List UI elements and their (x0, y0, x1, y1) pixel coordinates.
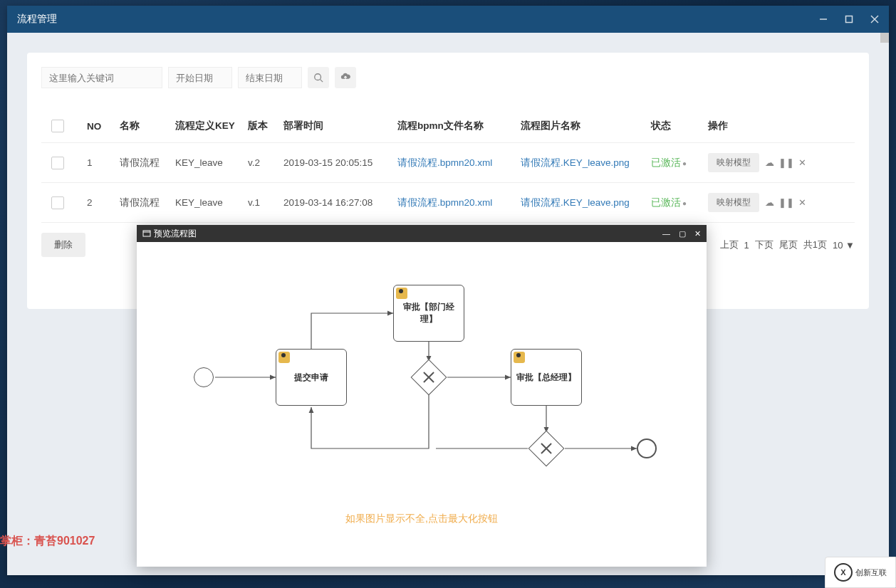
window-controls (819, 15, 879, 23)
cell-version: v.2 (245, 157, 281, 168)
cell-name: 请假流程 (117, 196, 172, 209)
user-task-icon (278, 352, 290, 363)
minimize-icon[interactable] (819, 15, 828, 23)
status-label: 已激活 (651, 197, 681, 208)
brand-name: 创新互联 (855, 567, 887, 578)
header-name: 名称 (117, 120, 172, 132)
bpmn-diagram: 提交申请 审批【部门经理】 审批【总经理】 (165, 256, 678, 505)
pause-icon[interactable]: ❚❚ (778, 157, 794, 168)
header-bpmn: 流程bpmn文件名称 (395, 120, 518, 132)
dialog-title: 预览流程图 (154, 228, 662, 240)
search-icon (313, 73, 323, 83)
bpmn-task-submit: 提交申请 (276, 349, 347, 406)
delete-button[interactable]: 删除 (41, 233, 85, 257)
status-dot-icon: ● (682, 199, 687, 207)
header-operate: 操作 (705, 120, 848, 132)
close-icon[interactable] (870, 15, 879, 23)
bpmn-link[interactable]: 请假流程.bpmn20.xml (395, 157, 518, 169)
header-key: 流程定义KEY (172, 120, 245, 132)
header-image: 流程图片名称 (518, 120, 648, 132)
cell-deploy-time: 2019-03-14 16:27:08 (281, 197, 395, 208)
preview-dialog: 预览流程图 — ▢ ✕ (137, 225, 707, 567)
end-date-input[interactable] (238, 67, 302, 88)
cell-name: 请假流程 (117, 157, 172, 169)
window-title: 流程管理 (17, 13, 819, 26)
delete-row-icon[interactable]: ✕ (798, 157, 806, 168)
cell-deploy-time: 2019-03-15 20:05:15 (281, 157, 395, 168)
cloud-download-icon[interactable]: ☁ (765, 197, 774, 208)
bpmn-task-label: 审批【部门经理】 (397, 301, 461, 325)
dialog-maximize-icon[interactable]: ▢ (679, 229, 686, 238)
cell-no: 1 (84, 157, 117, 168)
row-checkbox[interactable] (51, 157, 64, 169)
total-pages: 共1页 (803, 238, 827, 251)
table-header: NO 名称 流程定义KEY 版本 部署时间 流程bpmn文件名称 流程图片名称 … (41, 110, 855, 143)
cell-no: 2 (84, 197, 117, 208)
select-all-checkbox[interactable] (51, 120, 64, 132)
bpmn-start-event (194, 367, 214, 387)
map-model-button[interactable]: 映射模型 (708, 153, 759, 172)
brand-logo-icon: X (834, 563, 853, 582)
prev-page[interactable]: 上页 (720, 238, 739, 251)
search-button[interactable] (308, 67, 329, 88)
status-dot-icon: ● (682, 159, 687, 167)
pause-icon[interactable]: ❚❚ (778, 197, 794, 208)
scrollbar-up-button[interactable] (880, 33, 889, 43)
process-table: NO 名称 流程定义KEY 版本 部署时间 流程bpmn文件名称 流程图片名称 … (41, 110, 855, 223)
cloud-download-icon[interactable]: ☁ (765, 157, 774, 168)
bpmn-task-dept: 审批【部门经理】 (393, 285, 464, 342)
svg-rect-6 (143, 231, 150, 236)
svg-line-5 (321, 80, 323, 83)
page-size-select[interactable]: 10 ▼ (833, 240, 855, 251)
row-checkbox[interactable] (51, 196, 64, 209)
table-row: 1 请假流程 KEY_leave v.2 2019-03-15 20:05:15… (41, 143, 855, 183)
dialog-close-icon[interactable]: ✕ (694, 229, 701, 238)
cell-key: KEY_leave (172, 197, 245, 208)
header-version: 版本 (245, 120, 281, 132)
filter-row (41, 67, 855, 88)
cloud-upload-icon (340, 73, 350, 83)
user-task-icon (396, 288, 407, 299)
bpmn-task-gm: 审批【总经理】 (511, 349, 582, 406)
bpmn-task-label: 审批【总经理】 (516, 372, 576, 384)
dialog-body: 提交申请 审批【部门经理】 审批【总经理】 如果图片显示不全,点击最大化按钮 (137, 242, 707, 567)
bpmn-end-event (637, 439, 657, 458)
start-date-input[interactable] (168, 67, 232, 88)
header-deploy-time: 部署时间 (281, 120, 395, 132)
keyword-input[interactable] (41, 67, 162, 88)
upload-button[interactable] (335, 67, 356, 88)
map-model-button[interactable]: 映射模型 (708, 193, 759, 212)
bpmn-task-label: 提交申请 (294, 372, 328, 384)
user-task-icon (514, 352, 525, 363)
dialog-hint: 如果图片显示不全,点击最大化按钮 (165, 513, 678, 525)
bpmn-link[interactable]: 请假流程.bpmn20.xml (395, 196, 518, 209)
dialog-titlebar: 预览流程图 — ▢ ✕ (137, 225, 707, 242)
vertical-scrollbar[interactable] (880, 33, 889, 575)
dialog-minimize-icon[interactable]: — (662, 229, 670, 238)
window-icon (142, 229, 151, 238)
svg-point-4 (315, 74, 321, 80)
page-number[interactable]: 1 (744, 240, 749, 251)
pagination: 上页 1 下页 尾页 共1页 10 ▼ (720, 238, 855, 251)
last-page[interactable]: 尾页 (779, 238, 798, 251)
status-label: 已激活 (651, 157, 681, 168)
svg-rect-1 (846, 16, 853, 23)
table-row: 2 请假流程 KEY_leave v.1 2019-03-14 16:27:08… (41, 183, 855, 223)
maximize-icon[interactable] (845, 15, 853, 23)
image-link[interactable]: 请假流程.KEY_leave.png (518, 196, 648, 209)
header-no: NO (84, 121, 117, 132)
next-page[interactable]: 下页 (755, 238, 773, 251)
cell-key: KEY_leave (172, 157, 245, 168)
watermark-text: 掌柜：青苔901027 (0, 534, 95, 549)
image-link[interactable]: 请假流程.KEY_leave.png (518, 157, 648, 169)
cell-version: v.1 (245, 197, 281, 208)
delete-row-icon[interactable]: ✕ (798, 197, 806, 208)
brand-badge: X 创新互联 (825, 557, 896, 588)
window-titlebar: 流程管理 (7, 6, 889, 33)
header-status: 状态 (648, 120, 705, 132)
